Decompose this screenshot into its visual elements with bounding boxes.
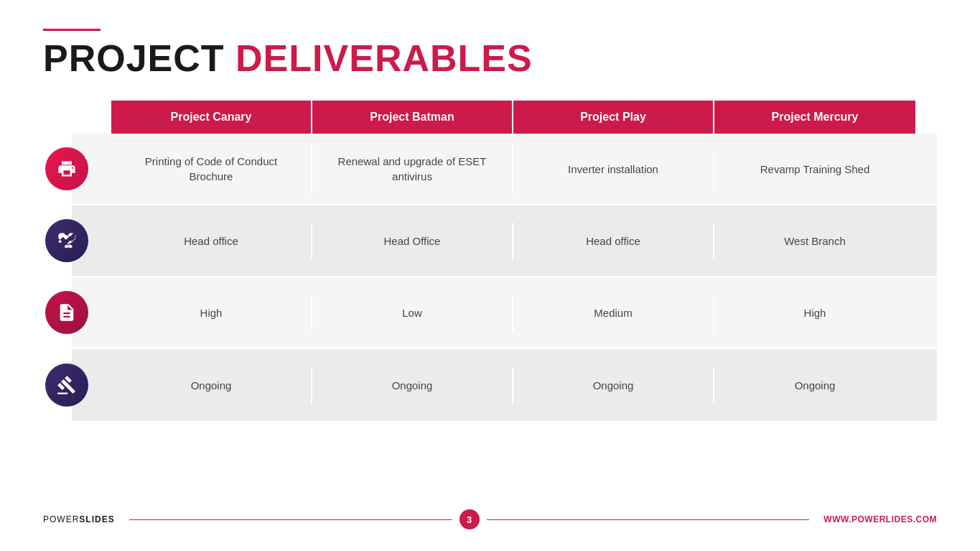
- footer: POWERSLIDES 3 WWW.POWERLIDES.COM: [43, 501, 937, 529]
- row-4-col-1: Ongoing: [111, 367, 312, 404]
- row-2-col-4: West Branch: [714, 223, 915, 259]
- footer-line-left: [129, 519, 452, 520]
- table-row: Head office Head Office Head office West…: [72, 205, 937, 277]
- header-spacer: [72, 101, 111, 134]
- handshake-icon: [45, 219, 88, 262]
- accent-line: [43, 29, 101, 31]
- gavel-icon: [45, 364, 88, 407]
- row-1-icon-cell: [47, 140, 86, 198]
- col-header-mercury: Project Mercury: [714, 101, 915, 134]
- table-row: Printing of Code of Conduct Brochure Ren…: [72, 134, 937, 205]
- row-3-col-2: Low: [312, 295, 513, 331]
- page: PROJECT DELIVERABLES Project Canary Proj…: [0, 0, 980, 551]
- row-3-col-1: High: [111, 295, 312, 331]
- deliverables-table: Project Canary Project Batman Project Pl…: [72, 101, 937, 494]
- row-4-icon-cell: [47, 356, 86, 414]
- row-2-col-1: Head office: [111, 223, 312, 259]
- footer-line-right: [487, 519, 810, 520]
- table-row: High Low Medium High: [72, 277, 937, 349]
- col-header-canary: Project Canary: [111, 101, 312, 134]
- page-title: PROJECT DELIVERABLES: [43, 38, 937, 79]
- title-black: PROJECT: [43, 37, 235, 79]
- row-2-icon-cell: [47, 212, 86, 269]
- table-row: Ongoing Ongoing Ongoing Ongoing: [72, 349, 937, 421]
- row-4-col-4: Ongoing: [714, 367, 915, 404]
- brand-power: POWER: [43, 514, 79, 524]
- row-3-col-3: Medium: [513, 295, 714, 331]
- row-1-col-4: Revamp Training Shed: [714, 151, 915, 187]
- row-4-col-2: Ongoing: [312, 367, 513, 404]
- row-3-icon-cell: [47, 284, 86, 341]
- page-number-badge: 3: [459, 509, 480, 529]
- brand-name: POWERSLIDES: [43, 514, 115, 524]
- row-1-col-2: Renewal and upgrade of ESET antivirus: [312, 143, 513, 195]
- website-url: WWW.POWERLIDES.COM: [823, 514, 937, 524]
- table-body: Printing of Code of Conduct Brochure Ren…: [72, 134, 937, 494]
- table-header-row: Project Canary Project Batman Project Pl…: [72, 101, 937, 134]
- title-red: DELIVERABLES: [235, 37, 533, 79]
- row-4-col-3: Ongoing: [513, 367, 714, 404]
- col-header-batman: Project Batman: [312, 101, 513, 134]
- row-1-col-1: Printing of Code of Conduct Brochure: [111, 143, 312, 195]
- row-2-col-2: Head Office: [312, 223, 513, 259]
- footer-center: 3: [129, 509, 810, 529]
- row-3-col-4: High: [714, 295, 915, 331]
- row-2-col-3: Head office: [513, 223, 714, 259]
- print-icon: [45, 147, 88, 190]
- col-header-play: Project Play: [513, 101, 714, 134]
- document-icon: [45, 291, 88, 334]
- brand-slides: SLIDES: [79, 514, 114, 524]
- row-1-col-3: Inverter installation: [513, 151, 714, 187]
